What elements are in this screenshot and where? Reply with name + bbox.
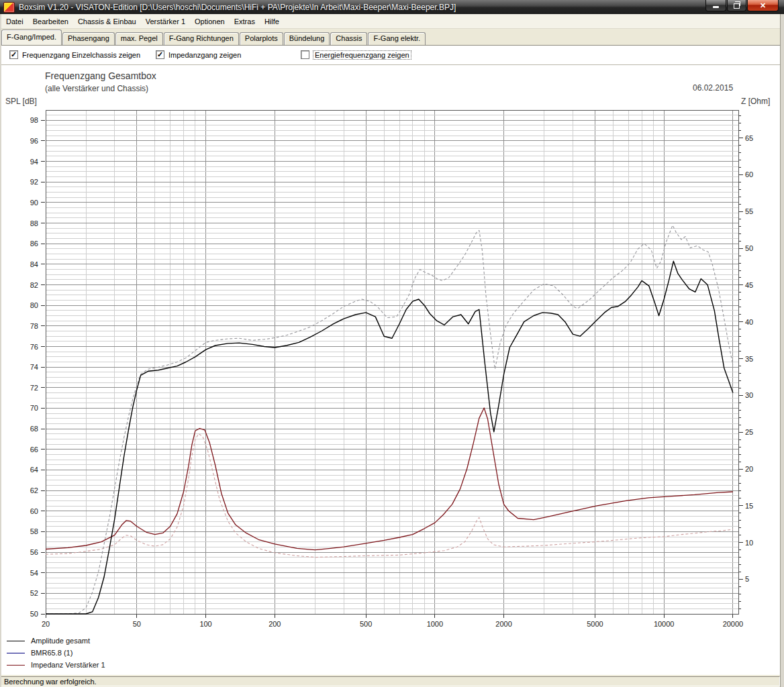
checkbox-frequenzgang-einzelchassis-zeigen[interactable]: ✓Frequenzgang Einzelchassis zeigen xyxy=(9,50,140,59)
tab-chassis[interactable]: Chassis xyxy=(330,32,367,45)
restore-button[interactable] xyxy=(727,0,746,11)
window-right-border xyxy=(780,14,784,687)
svg-text:20: 20 xyxy=(42,620,50,628)
svg-text:45: 45 xyxy=(745,281,753,289)
svg-text:72: 72 xyxy=(30,384,38,392)
restore-icon xyxy=(734,3,740,9)
checkbox-impedanzgang-zeigen[interactable]: ✓Impedanzgang zeigen xyxy=(156,50,241,59)
legend-swatch xyxy=(7,653,25,653)
tab-max-pegel[interactable]: max. Pegel xyxy=(115,32,163,45)
options-panel: ✓Frequenzgang Einzelchassis zeigen✓Imped… xyxy=(0,45,784,65)
tab-b-ndelung[interactable]: Bündelung xyxy=(284,32,330,45)
svg-text:200: 200 xyxy=(268,620,281,628)
svg-text:10: 10 xyxy=(745,539,753,547)
checkbox-label: Frequenzgang Einzelchassis zeigen xyxy=(22,51,140,59)
svg-text:20000: 20000 xyxy=(723,620,744,628)
legend-label: BMR65.8 (1) xyxy=(31,649,72,657)
svg-text:20: 20 xyxy=(745,465,753,473)
menu-item-optionen[interactable]: Optionen xyxy=(190,15,230,28)
frequency-response-chart: 5052545658606264666870727476788082848688… xyxy=(0,65,784,675)
svg-text:10000: 10000 xyxy=(654,620,675,628)
svg-text:500: 500 xyxy=(360,620,372,628)
svg-text:2000: 2000 xyxy=(495,620,511,628)
svg-text:82: 82 xyxy=(30,281,38,289)
close-button[interactable]: ✕ xyxy=(747,0,779,11)
svg-text:70: 70 xyxy=(30,404,38,412)
svg-text:5000: 5000 xyxy=(587,620,603,628)
series-bmr65-8-1 xyxy=(46,225,733,614)
svg-text:50: 50 xyxy=(745,244,753,252)
svg-text:40: 40 xyxy=(745,318,753,326)
svg-text:96: 96 xyxy=(30,137,38,145)
menu-item-chassis-einbau[interactable]: Chassis & Einbau xyxy=(73,15,141,28)
minimize-button[interactable] xyxy=(705,0,726,11)
chart-legend: Amplitude gesamtBMR65.8 (1)Impedanz Vers… xyxy=(7,635,105,671)
window-title: Boxsim V1.20 - VISATON-Edition [D:\Users… xyxy=(19,3,456,12)
svg-text:50: 50 xyxy=(133,620,141,628)
left-axis-caption: SPL [dB] xyxy=(5,97,37,106)
legend-label: Impedanz Verstärker 1 xyxy=(31,661,105,669)
svg-text:90: 90 xyxy=(30,199,38,207)
tab-polarplots[interactable]: Polarplots xyxy=(240,32,283,45)
legend-swatch xyxy=(7,665,25,666)
legend-item-amplitude-gesamt: Amplitude gesamt xyxy=(7,635,105,647)
app-icon xyxy=(3,2,15,13)
svg-text:76: 76 xyxy=(30,343,38,351)
svg-text:55: 55 xyxy=(745,207,753,215)
svg-text:50: 50 xyxy=(30,610,38,618)
svg-text:66: 66 xyxy=(30,445,38,454)
svg-text:30: 30 xyxy=(745,391,753,399)
tab-bar: F-Gang/Imped.Phasengangmax. PegelF-Gang … xyxy=(0,29,784,45)
svg-text:84: 84 xyxy=(30,260,38,268)
svg-text:78: 78 xyxy=(30,322,38,330)
menu-item-datei[interactable]: Datei xyxy=(1,15,28,28)
menu-item-bearbeiten[interactable]: Bearbeiten xyxy=(28,15,73,28)
svg-text:5: 5 xyxy=(745,575,749,583)
svg-text:92: 92 xyxy=(30,178,38,186)
svg-text:56: 56 xyxy=(30,548,38,556)
tab-phasengang[interactable]: Phasengang xyxy=(62,32,115,45)
checkbox-box[interactable]: ✓ xyxy=(9,50,18,59)
svg-text:1000: 1000 xyxy=(427,620,443,628)
svg-text:60: 60 xyxy=(745,170,753,178)
menu-item-verst-rker-1[interactable]: Verstärker 1 xyxy=(141,15,190,28)
tab-f-gang-elektr[interactable]: F-Gang elektr. xyxy=(368,32,426,45)
menu-item-hilfe[interactable]: Hilfe xyxy=(260,15,284,28)
svg-text:58: 58 xyxy=(30,527,38,535)
legend-label: Amplitude gesamt xyxy=(31,637,90,645)
svg-text:15: 15 xyxy=(745,502,753,510)
legend-item-impedanz-verst-rker-1: Impedanz Verstärker 1 xyxy=(7,659,105,671)
tab-f-gang-richtungen[interactable]: F-Gang Richtungen xyxy=(164,32,239,45)
checkbox-energiefrequenzgang-zeigen[interactable]: Energiefrequenzgang zeigen xyxy=(301,50,411,59)
svg-text:54: 54 xyxy=(30,569,38,577)
chart-region: 5052545658606264666870727476788082848688… xyxy=(0,65,784,675)
series-impedanz-verst-rker-1 xyxy=(46,408,733,550)
svg-text:100: 100 xyxy=(199,620,211,628)
svg-text:86: 86 xyxy=(30,240,38,248)
window-left-border xyxy=(0,14,1,687)
svg-text:62: 62 xyxy=(30,486,38,494)
checkbox-box[interactable] xyxy=(301,50,309,59)
menu-item-extras[interactable]: Extras xyxy=(230,15,260,28)
menu-bar: DateiBearbeitenChassis & EinbauVerstärke… xyxy=(0,14,784,29)
right-axis-caption: Z [Ohm] xyxy=(741,97,770,106)
window-controls: ✕ xyxy=(705,0,779,11)
title-bar: Boxsim V1.20 - VISATON-Edition [D:\Users… xyxy=(0,0,784,14)
svg-text:98: 98 xyxy=(30,116,38,124)
legend-swatch xyxy=(7,641,25,641)
status-bar: Berechnung war erfolgreich. xyxy=(0,675,784,687)
svg-text:88: 88 xyxy=(30,219,38,227)
svg-text:25: 25 xyxy=(745,428,753,436)
tab-f-gang-imped[interactable]: F-Gang/Imped. xyxy=(1,30,62,45)
checkbox-box[interactable]: ✓ xyxy=(156,50,164,59)
legend-item-bmr65-8-1: BMR65.8 (1) xyxy=(7,647,105,659)
minimize-icon xyxy=(713,6,719,8)
svg-text:68: 68 xyxy=(30,425,38,433)
svg-text:80: 80 xyxy=(30,301,38,309)
checkbox-label: Energiefrequenzgang zeigen xyxy=(313,51,411,59)
svg-text:35: 35 xyxy=(745,355,753,363)
checkbox-label: Impedanzgang zeigen xyxy=(168,51,241,59)
svg-text:60: 60 xyxy=(30,507,38,515)
svg-text:52: 52 xyxy=(30,589,38,597)
svg-text:65: 65 xyxy=(745,134,753,142)
